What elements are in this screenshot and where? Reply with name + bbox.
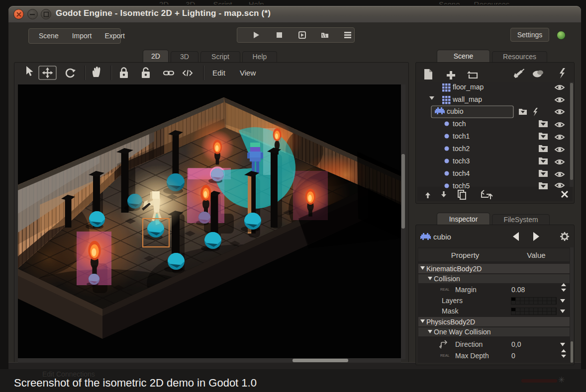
svg-text:Value: Value — [527, 251, 545, 259]
svg-text:toch5: toch5 — [453, 182, 470, 190]
svg-text:Collision: Collision — [434, 275, 460, 283]
svg-text:PhysicsBody2D: PhysicsBody2D — [426, 318, 475, 326]
svg-text:Max Depth: Max Depth — [455, 352, 489, 360]
svg-text:Mask: Mask — [442, 307, 459, 315]
svg-text:floor_map: floor_map — [453, 83, 484, 91]
svg-text:toch1: toch1 — [453, 132, 470, 140]
svg-text:Margin: Margin — [455, 286, 477, 294]
svg-text:0: 0 — [511, 352, 515, 360]
svg-text:REAL: REAL — [440, 288, 449, 291]
svg-text:wall_map: wall_map — [452, 95, 482, 103]
svg-text:View: View — [240, 69, 256, 77]
svg-text:toch3: toch3 — [453, 157, 470, 165]
svg-text:One Way Collision: One Way Collision — [434, 328, 491, 336]
svg-text:toch2: toch2 — [453, 145, 470, 153]
svg-text:Direction: Direction — [455, 340, 483, 348]
svg-text:REAL: REAL — [440, 354, 449, 357]
svg-text:cubio: cubio — [433, 233, 451, 241]
svg-text:Layers: Layers — [442, 297, 463, 305]
svg-text:toch4: toch4 — [453, 169, 470, 177]
svg-text:Edit: Edit — [212, 69, 226, 77]
svg-text:0,0: 0,0 — [511, 340, 521, 348]
svg-text:KinematicBody2D: KinematicBody2D — [426, 265, 482, 273]
svg-text:cubio: cubio — [447, 107, 464, 115]
svg-text:Property: Property — [451, 251, 480, 259]
svg-text:0.08: 0.08 — [511, 286, 525, 294]
svg-text:toch: toch — [453, 120, 466, 128]
